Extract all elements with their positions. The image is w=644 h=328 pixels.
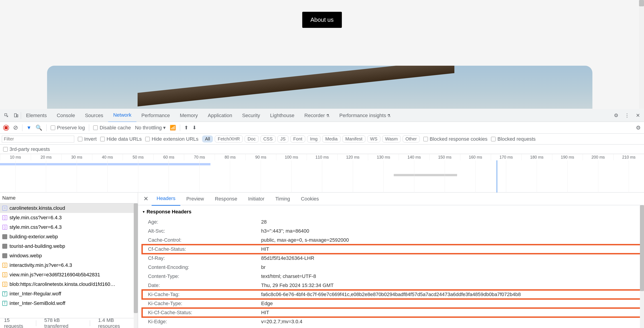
hide-ext-urls-checkbox[interactable]: Hide extension URLs (145, 136, 198, 142)
type-chip-font[interactable]: Font (290, 135, 305, 142)
type-chip-other[interactable]: Other (402, 135, 420, 142)
filter-icon[interactable]: ▼ (26, 125, 32, 131)
header-key: Age: (148, 219, 261, 225)
type-chip-ws[interactable]: WS (367, 135, 380, 142)
header-value: 85d1f5f14e326364-LHR (261, 255, 314, 261)
type-chip-css[interactable]: CSS (260, 135, 276, 142)
type-chip-all[interactable]: All (202, 135, 213, 142)
tab-lighthouse[interactable]: Lighthouse (265, 109, 299, 122)
timeline-tick: 210 ms (614, 154, 644, 160)
status-resources: 1.4 MB resources (98, 317, 134, 328)
header-row: Alt-Svc:h3=":443"; ma=86400 (142, 226, 644, 236)
request-row[interactable]: {}interactivity.min.js?ver=6.4.3 (0, 260, 138, 270)
header-key: Alt-Svc: (148, 228, 261, 234)
download-icon[interactable]: ⬇ (192, 125, 196, 131)
request-row[interactable]: Tinter_Inter-Regular.woff (0, 289, 138, 298)
details-close-icon[interactable]: ✕ (141, 194, 151, 204)
tab-sources[interactable]: Sources (80, 109, 108, 122)
tab-memory[interactable]: Memory (175, 109, 203, 122)
tab-application[interactable]: Application (203, 109, 237, 122)
record-button[interactable] (3, 125, 9, 131)
tab-elements[interactable]: Elements (21, 109, 52, 122)
header-key: Cf-Ray: (148, 255, 261, 261)
request-row[interactable]: {}blob:https://carolinetestx.kinsta.clou… (0, 279, 138, 289)
timeline-tick: 70 ms (184, 154, 215, 160)
type-chip-doc[interactable]: Doc (244, 135, 259, 142)
tab-preview[interactable]: Preview (181, 193, 209, 205)
type-chip-wasm[interactable]: Wasm (382, 135, 401, 142)
third-party-checkbox[interactable] (3, 147, 8, 152)
header-value: HIT (261, 310, 269, 315)
tab-recorder[interactable]: Recorder⚗ (299, 109, 334, 122)
request-row[interactable]: {}view.min.js?ver=e3d6f3216904b5b42831 (0, 270, 138, 279)
more-icon[interactable]: ⋮ (622, 111, 632, 120)
wifi-icon[interactable]: 📶 (170, 125, 176, 131)
tab-security[interactable]: Security (237, 109, 265, 122)
request-row[interactable]: windows.webp (0, 251, 138, 260)
network-settings-icon[interactable]: ⚙ (636, 125, 641, 131)
tab-performance-insights[interactable]: Performance insights⚗ (334, 109, 396, 122)
header-value: text/html; charset=UTF-8 (261, 273, 316, 279)
response-headers-section[interactable]: Response Headers (142, 207, 644, 217)
header-value: public, max-age=0, s-maxage=2592000 (261, 237, 349, 243)
type-chip-media[interactable]: Media (322, 135, 340, 142)
devtools-tabs: Elements Console Sources Network Perform… (0, 109, 644, 122)
header-key: Content-Type: (148, 273, 261, 279)
img-icon (2, 234, 7, 239)
blocked-cookies-checkbox[interactable]: Blocked response cookies (423, 136, 488, 142)
request-name: tourist-and-building.webp (10, 243, 65, 249)
timeline-tick: 160 ms (460, 154, 491, 160)
tab-performance[interactable]: Performance (136, 109, 175, 122)
tab-network[interactable]: Network (108, 109, 136, 122)
timeline[interactable]: 10 ms20 ms30 ms40 ms50 ms60 ms70 ms80 ms… (0, 154, 644, 193)
tab-console[interactable]: Console (52, 109, 80, 122)
page-scrollbar[interactable] (639, 0, 644, 109)
network-toolbar: ⊘ ▼ 🔍 Preserve log Disable cache No thro… (0, 122, 644, 134)
request-row[interactable]: building-exterior.webp (0, 232, 138, 241)
js-icon: {} (2, 272, 7, 277)
close-icon[interactable]: ✕ (633, 111, 643, 120)
request-name: blob:https://carolinetestx.kinsta.cloud/… (10, 281, 115, 287)
preserve-log-checkbox[interactable]: Preserve log (51, 125, 85, 131)
settings-icon[interactable]: ⚙ (612, 111, 621, 120)
invert-checkbox[interactable]: Invert (78, 136, 96, 142)
disable-cache-checkbox[interactable]: Disable cache (93, 125, 131, 131)
upload-icon[interactable]: ⬆ (184, 125, 188, 131)
tab-response[interactable]: Response (210, 193, 242, 205)
header-value: fa6c8c06-6e76-4bf4-8c7f-69e7c669f41c,e08… (261, 291, 521, 297)
header-row: Date:Thu, 29 Feb 2024 15:32:34 GMT (142, 281, 644, 290)
svg-rect-1 (14, 114, 16, 117)
filter-input[interactable] (2, 136, 74, 142)
device-icon[interactable] (11, 111, 21, 120)
request-list: Name ≡carolinetestx.kinsta.cloud{}style.… (0, 193, 138, 328)
blocked-requests-checkbox[interactable]: Blocked requests (491, 136, 536, 142)
request-list-scrollbar[interactable] (134, 203, 138, 328)
timeline-tick: 30 ms (61, 154, 92, 160)
tab-timing[interactable]: Timing (270, 193, 295, 205)
request-list-header[interactable]: Name (0, 193, 138, 203)
type-chip-img[interactable]: Img (307, 135, 320, 142)
clear-button[interactable]: ⊘ (13, 124, 18, 131)
details-scrollbar[interactable] (640, 205, 644, 328)
timeline-bar (394, 174, 457, 176)
chevron-down-icon: ▾ (163, 125, 166, 131)
tab-initiator[interactable]: Initiator (243, 193, 269, 205)
type-chip-manifest[interactable]: Manifest (342, 135, 366, 142)
throttling-select[interactable]: No throttling ▾ (135, 125, 166, 131)
request-row[interactable]: tourist-and-building.webp (0, 241, 138, 251)
type-chip-fetchxhr[interactable]: Fetch/XHR (215, 135, 243, 142)
search-icon[interactable]: 🔍 (36, 125, 42, 131)
inspect-icon[interactable] (2, 111, 11, 120)
hide-data-urls-checkbox[interactable]: Hide data URLs (100, 136, 142, 142)
tab-cookies[interactable]: Cookies (296, 193, 324, 205)
tab-headers[interactable]: Headers (152, 193, 180, 206)
request-row[interactable]: {}style.min.css?ver=6.4.3 (0, 222, 138, 232)
request-row[interactable]: Tinter_Inter-SemiBold.woff (0, 298, 138, 308)
about-us-button[interactable]: About us (302, 12, 342, 28)
header-value: v=20.2.7;mv=3.0.4 (261, 319, 302, 324)
type-chip-js[interactable]: JS (278, 135, 288, 142)
details-panel: ✕ Headers Preview Response Initiator Tim… (138, 193, 644, 328)
request-name: inter_Inter-SemiBold.woff (10, 300, 66, 306)
request-row[interactable]: ≡carolinetestx.kinsta.cloud (0, 203, 138, 213)
request-row[interactable]: {}style.min.css?ver=6.4.3 (0, 213, 138, 222)
